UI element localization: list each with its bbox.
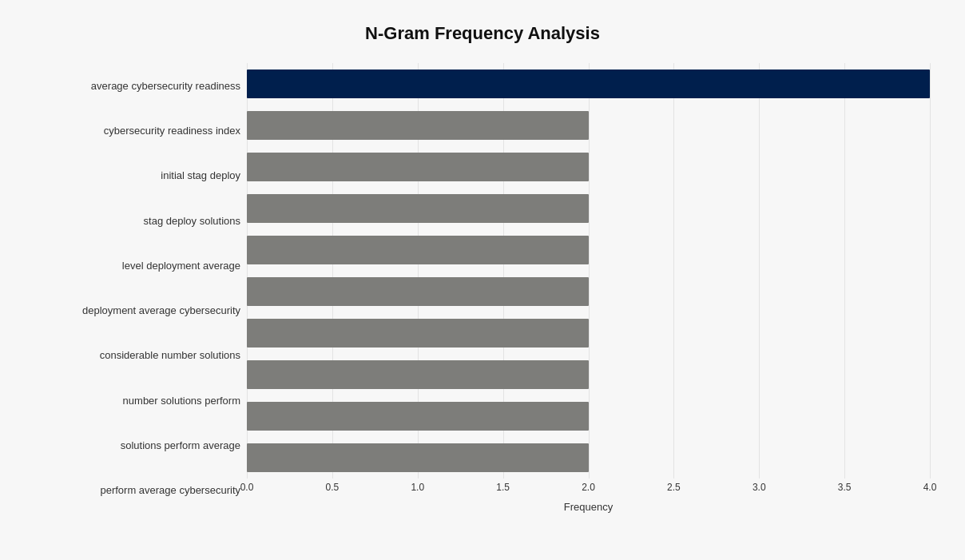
y-label: cybersecurity readiness index bbox=[104, 109, 240, 151]
bar bbox=[247, 277, 589, 306]
bar bbox=[247, 319, 589, 348]
bar bbox=[247, 194, 589, 223]
y-label: stag deploy solutions bbox=[144, 200, 240, 241]
y-label: deployment average cybersecurity bbox=[82, 290, 240, 332]
x-tick-label: 0.5 bbox=[326, 482, 340, 493]
x-tick-label: 1.0 bbox=[411, 482, 424, 493]
y-label: initial stag deploy bbox=[161, 155, 240, 197]
y-label: number solutions perform bbox=[123, 379, 240, 421]
bar bbox=[247, 443, 589, 472]
bar bbox=[247, 236, 589, 264]
bar-row bbox=[247, 63, 930, 105]
x-tick-label: 2.0 bbox=[582, 482, 595, 493]
chart-container: N-Gram Frequency Analysis average cybers… bbox=[11, 7, 954, 553]
x-tick-label: 3.0 bbox=[753, 482, 766, 493]
bar-row bbox=[247, 271, 930, 312]
bar-row bbox=[247, 312, 930, 354]
x-tick-label: 0.0 bbox=[240, 482, 254, 493]
y-labels: average cybersecurity readinesscybersecu… bbox=[35, 63, 247, 513]
x-tick-label: 2.5 bbox=[667, 482, 681, 493]
bar bbox=[247, 360, 589, 389]
bar-row bbox=[247, 105, 930, 146]
bar-row bbox=[247, 188, 930, 229]
x-tick-label: 1.5 bbox=[496, 482, 510, 493]
bar-row bbox=[247, 395, 930, 437]
bar-row bbox=[247, 437, 930, 479]
y-label: level deployment average bbox=[122, 244, 240, 286]
x-axis: 0.00.51.01.52.02.53.03.54.0 Frequency bbox=[247, 482, 930, 513]
chart-area: average cybersecurity readinesscybersecu… bbox=[35, 63, 930, 513]
bar-row bbox=[247, 354, 930, 395]
bar-row bbox=[247, 146, 930, 188]
bars-list bbox=[247, 63, 930, 479]
x-tick-label: 3.5 bbox=[838, 482, 852, 493]
chart-title: N-Gram Frequency Analysis bbox=[35, 23, 930, 44]
bar bbox=[247, 153, 589, 181]
y-label: solutions perform average bbox=[121, 425, 240, 467]
x-tick-label: 4.0 bbox=[923, 482, 937, 493]
y-label: average cybersecurity readiness bbox=[91, 65, 240, 106]
grid-line bbox=[930, 63, 931, 479]
x-axis-label: Frequency bbox=[247, 501, 930, 513]
bar-row bbox=[247, 229, 930, 271]
bars-section bbox=[247, 63, 930, 479]
y-label: considerable number solutions bbox=[100, 335, 240, 376]
bars-and-x: 0.00.51.01.52.02.53.03.54.0 Frequency bbox=[247, 63, 930, 513]
bar bbox=[247, 111, 589, 140]
y-label: perform average cybersecurity bbox=[100, 470, 240, 511]
bar bbox=[247, 402, 589, 431]
x-ticks-row: 0.00.51.01.52.02.53.03.54.0 bbox=[247, 482, 930, 498]
bar bbox=[247, 70, 930, 98]
